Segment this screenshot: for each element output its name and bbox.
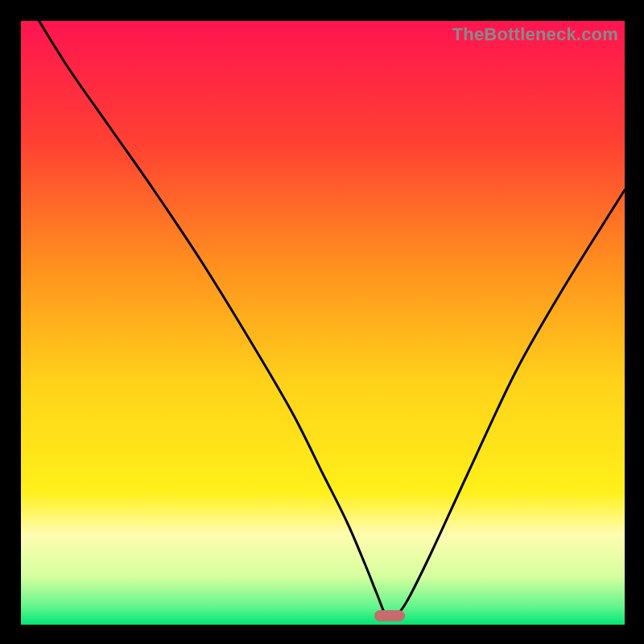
plot-area: TheBottleneck.com [21,21,625,625]
curve-svg [21,21,625,625]
bottleneck-curve [39,21,625,618]
chart-frame: TheBottleneck.com [0,0,644,644]
optimal-marker [374,610,405,621]
